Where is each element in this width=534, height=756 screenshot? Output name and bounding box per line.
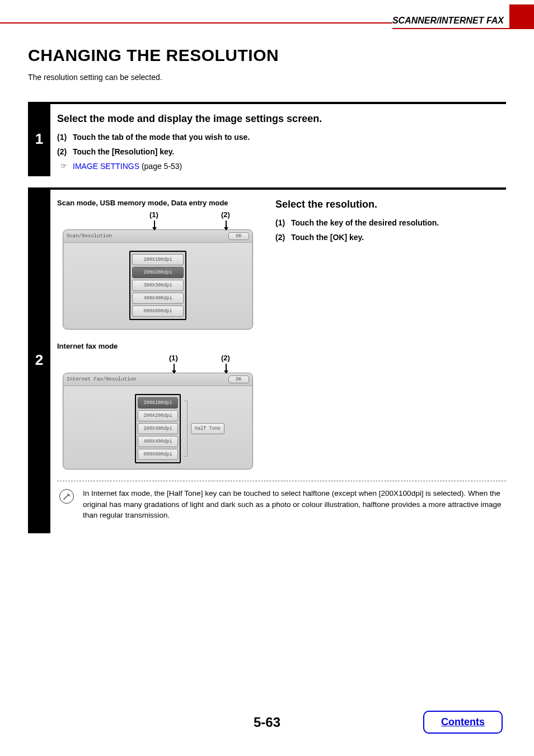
scan-mode-label: Scan mode, USB memory mode, Data entry m… — [57, 199, 264, 207]
option-400x400[interactable]: 400X400dpi — [132, 293, 184, 304]
callout-1: (1) — [149, 210, 158, 219]
step-2-number: 2 — [28, 187, 50, 533]
ok-button-2[interactable]: OK — [228, 375, 249, 383]
step-1-title: Select the mode and display the image se… — [57, 113, 506, 125]
note-text: In Internet fax mode, the [Half Tone] ke… — [83, 488, 504, 521]
callouts-panel-2: (1) (2) — [57, 354, 264, 373]
option-200x400[interactable]: 200X400dpi — [138, 423, 178, 434]
contents-button[interactable]: Contents — [423, 711, 503, 734]
pointer-icon: ☞ — [60, 162, 67, 170]
bracket-icon — [184, 401, 188, 457]
step-2: 2 Scan mode, USB memory mode, Data entry… — [28, 187, 506, 533]
step-2-title: Select the resolution. — [275, 199, 506, 210]
step-1-number: 1 — [28, 102, 50, 176]
ok-button[interactable]: OK — [228, 232, 249, 240]
option-200x100[interactable]: 200X100dpi — [138, 397, 178, 408]
note-row: In Internet fax mode, the [Half Tone] ke… — [57, 488, 506, 528]
step-1-sub-1: (1)Touch the tab of the mode that you wi… — [57, 133, 506, 142]
section-title: SCANNER/INTERNET FAX — [392, 16, 509, 29]
ifax-resolution-panel: Internet Fax/Resolution OK 200X100dpi 20… — [63, 373, 253, 469]
callout-2: (2) — [221, 210, 230, 219]
note-icon — [59, 489, 74, 504]
cross-reference: ☞ IMAGE SETTINGS (page 5-53) — [57, 162, 506, 171]
header-rule-left — [0, 11, 392, 24]
option-200x200[interactable]: 200X200dpi — [132, 267, 184, 278]
option-100x100[interactable]: 100X100dpi — [132, 254, 184, 265]
callout-1b: (1) — [169, 354, 178, 362]
halftone-button[interactable]: Half Tone — [191, 423, 224, 434]
header-red-block — [509, 4, 534, 29]
option-300x300[interactable]: 300X300dpi — [132, 280, 184, 291]
option-400x400b[interactable]: 400X400dpi — [138, 436, 178, 447]
option-600x600[interactable]: 600X600dpi — [132, 306, 184, 317]
dashed-separator — [57, 481, 506, 481]
intro-text: The resolution setting can be selected. — [28, 73, 506, 82]
option-200x200b[interactable]: 200X200dpi — [138, 410, 178, 421]
resolution-options-2: 200X100dpi 200X200dpi 200X400dpi 400X400… — [135, 394, 181, 463]
step-1: 1 Select the mode and display the image … — [28, 102, 506, 176]
scan-resolution-panel: Scan/Resolution OK 100X100dpi 200X200dpi… — [63, 229, 253, 330]
callout-2b: (2) — [221, 354, 230, 362]
step-2-sub-1: (1)Touch the key of the desired resoluti… — [275, 218, 506, 227]
xref-page: (page 5-53) — [139, 162, 182, 171]
header-bar: SCANNER/INTERNET FAX — [0, 11, 534, 29]
footer: 5-63 Contents — [0, 715, 534, 730]
step-2-sub-2: (2)Touch the [OK] key. — [275, 233, 506, 242]
option-600x600b[interactable]: 600X600dpi — [138, 449, 178, 460]
page-title: CHANGING THE RESOLUTION — [28, 46, 506, 65]
resolution-options-1: 100X100dpi 200X200dpi 300X300dpi 400X400… — [129, 251, 186, 320]
internet-fax-mode-label: Internet fax mode — [57, 342, 264, 350]
step-1-sub-2: (2)Touch the [Resolution] key. — [57, 147, 506, 156]
panel-2-title: Internet Fax/Resolution — [67, 377, 136, 382]
callouts-panel-1: (1) (2) — [57, 210, 264, 229]
panel-1-title: Scan/Resolution — [67, 233, 112, 239]
image-settings-link[interactable]: IMAGE SETTINGS — [73, 162, 139, 171]
